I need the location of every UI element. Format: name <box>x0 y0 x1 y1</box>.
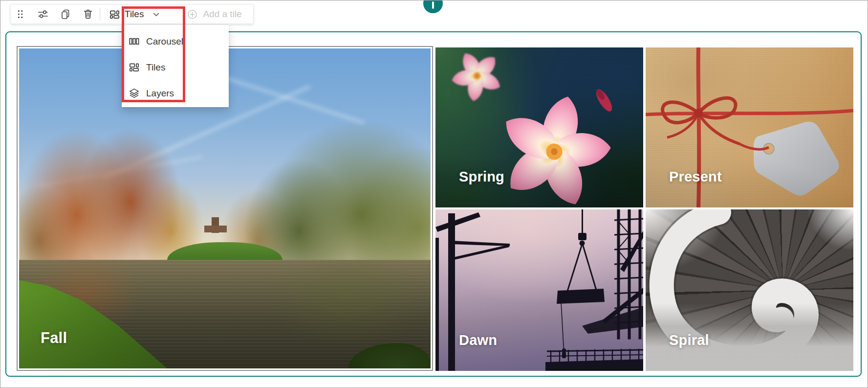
tile-title: Fall <box>41 329 67 347</box>
present-photo: Present <box>646 47 853 207</box>
webpart-toolbar: Tiles Add a tile <box>10 4 254 24</box>
duplicate-icon <box>60 8 71 20</box>
plus-icon <box>432 1 434 9</box>
tiles-icon <box>129 62 140 73</box>
add-tile-label: Add a tile <box>203 9 241 20</box>
delete-button[interactable] <box>78 5 98 23</box>
layout-dropdown-menu: Carousel Tiles Layers <box>122 25 229 107</box>
tile-title: Spiral <box>669 332 709 348</box>
add-section-button[interactable] <box>423 0 443 13</box>
menu-item-carousel[interactable]: Carousel <box>122 28 229 54</box>
menu-item-tiles[interactable]: Tiles <box>122 54 229 80</box>
tile-spiral[interactable]: Spiral <box>646 209 853 371</box>
tune-sliders-icon <box>37 8 49 20</box>
sharepoint-tiles-webpart-editor: Fall <box>0 0 868 388</box>
drag-handle-icon <box>15 9 26 20</box>
tile-present[interactable]: Present <box>646 47 853 207</box>
menu-item-label: Tiles <box>146 62 165 73</box>
delete-icon <box>82 8 94 20</box>
layout-dropdown-button[interactable]: Tiles <box>104 5 167 23</box>
edit-properties-button[interactable] <box>33 5 53 23</box>
spring-photo: Spring <box>435 47 643 207</box>
menu-item-layers[interactable]: Layers <box>122 80 229 106</box>
add-tile-button[interactable]: Add a tile <box>187 5 241 23</box>
tile-spring[interactable]: Spring <box>435 47 643 207</box>
drag-handle[interactable] <box>11 5 30 23</box>
tiles-icon <box>109 9 120 20</box>
layout-dropdown-label: Tiles <box>125 9 144 20</box>
spiral-photo: Spiral <box>646 209 853 371</box>
chevron-down-icon <box>152 10 160 19</box>
duplicate-button[interactable] <box>56 5 75 23</box>
menu-item-label: Layers <box>146 88 174 99</box>
dawn-photo: Dawn <box>435 209 643 371</box>
toolbar-divider <box>100 8 100 21</box>
tile-title: Present <box>669 169 722 185</box>
tile-title: Spring <box>459 169 504 185</box>
add-circle-icon <box>187 9 198 20</box>
layers-icon <box>129 88 140 99</box>
tile-dawn[interactable]: Dawn <box>435 209 643 371</box>
tile-title: Dawn <box>459 332 497 348</box>
carousel-icon <box>129 36 140 47</box>
menu-item-label: Carousel <box>146 36 183 47</box>
